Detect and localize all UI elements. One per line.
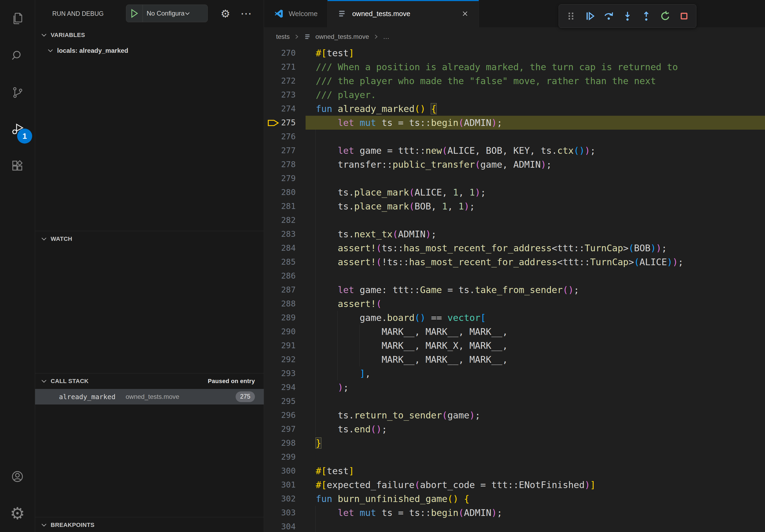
gutter-line-number[interactable]: 294 [264, 381, 296, 394]
play-icon [131, 9, 139, 18]
gutter-line-number[interactable]: 279 [264, 171, 296, 185]
debug-settings-gear-icon[interactable]: ⚙ [221, 8, 230, 19]
gutter-line-number[interactable]: 274 [264, 102, 296, 116]
chevron-down-icon [184, 10, 191, 17]
gutter-line-number[interactable]: 283 [264, 227, 296, 241]
gutter-line-number[interactable]: 270 [264, 46, 296, 60]
grip-dots-icon [565, 10, 577, 22]
gutter-line-number[interactable]: 290 [264, 325, 296, 339]
code-line-text: let game: ttt::Game = ts.take_from_sende… [316, 283, 579, 297]
debug-step-into-icon [622, 10, 633, 22]
sidebar-item-source-control[interactable] [0, 74, 35, 111]
tab-label: Welcome [289, 10, 318, 18]
gutter-line-number[interactable]: 276 [264, 130, 296, 143]
gutter-line-number[interactable]: 288 [264, 297, 296, 311]
gutter-line-number[interactable]: 302 [264, 492, 296, 506]
start-debugging-button[interactable] [126, 5, 143, 22]
run-and-debug-sidebar: RUN AND DEBUG No Configura ⚙ ⋯ VARIABLES… [35, 0, 264, 532]
call-stack-section: CALL STACK Paused on entry already_marke… [35, 373, 264, 517]
tab-welcome[interactable]: Welcome [264, 0, 328, 27]
call-stack-frame[interactable]: already_marked owned_tests.move 275 [35, 389, 264, 404]
watch-section-label: WATCH [51, 235, 72, 242]
debug-step-over-icon [603, 10, 615, 22]
code-line: 292 MARK__, MARK__, MARK__, [264, 353, 765, 367]
close-icon[interactable] [461, 10, 469, 18]
gutter-line-number[interactable]: 277 [264, 143, 296, 157]
debug-continue-icon [584, 10, 596, 22]
gutter-line-number[interactable]: 287 [264, 283, 296, 297]
code-line: 274fun already_marked() { [264, 102, 765, 116]
tab-owned-tests-move[interactable]: owned_tests.move [328, 0, 479, 27]
settings-button[interactable]: ⚙ [0, 495, 35, 532]
gutter-line-number[interactable]: 285 [264, 255, 296, 269]
gutter-line-number[interactable]: 281 [264, 199, 296, 213]
gutter-line-number[interactable]: 280 [264, 185, 296, 199]
sidebar-item-explorer[interactable] [0, 0, 35, 37]
gutter-line-number[interactable]: 297 [264, 422, 296, 436]
code-line: 278 transfer::public_transfer(game, ADMI… [264, 157, 765, 171]
sidebar-item-search[interactable] [0, 37, 35, 74]
step-into-button[interactable] [619, 7, 636, 25]
variables-section-label: VARIABLES [51, 32, 85, 39]
gutter-line-number[interactable]: 299 [264, 450, 296, 464]
debug-config-dropdown[interactable]: No Configura [126, 5, 208, 22]
gutter-line-number[interactable]: 291 [264, 339, 296, 353]
tab-bar: Welcome owned_tests.move [264, 0, 765, 27]
editor-group: Welcome owned_tests.move [264, 0, 765, 532]
code-line-text: ts.end(); [316, 422, 387, 436]
gutter-line-number[interactable]: 282 [264, 213, 296, 227]
gutter-line-number[interactable]: 271 [264, 60, 296, 74]
views-more-actions-icon[interactable]: ⋯ [241, 8, 252, 19]
debug-current-line-arrow-icon [267, 119, 280, 128]
gutter-line-number[interactable]: 298 [264, 436, 296, 450]
gear-icon: ⚙ [10, 505, 25, 522]
stop-button[interactable] [675, 7, 693, 25]
gutter-line-number[interactable]: 284 [264, 241, 296, 255]
code-line: 287 let game: ttt::Game = ts.take_from_s… [264, 283, 765, 297]
accounts-button[interactable] [0, 458, 35, 495]
section-header-watch[interactable]: WATCH [35, 231, 264, 247]
code-line-text: /// the player who made the "false" move… [316, 74, 656, 88]
gutter-line-number[interactable]: 301 [264, 478, 296, 492]
gutter-line-number[interactable]: 304 [264, 520, 296, 532]
toolbar-drag-handle[interactable] [562, 7, 580, 25]
breadcrumb-item-file[interactable]: owned_tests.move [316, 33, 369, 40]
chevron-down-icon [47, 47, 54, 54]
sidebar-title: RUN AND DEBUG [52, 10, 104, 17]
gutter-line-number[interactable]: 292 [264, 353, 296, 367]
code-line: 272/// the player who made the "false" m… [264, 74, 765, 88]
breadcrumb-item-symbol[interactable]: … [383, 33, 389, 40]
restart-button[interactable] [656, 7, 674, 25]
code-editor[interactable]: 270#[test]271/// When a position is alre… [264, 46, 765, 532]
code-line: 304 [264, 520, 765, 532]
gutter-line-number[interactable]: 286 [264, 269, 296, 283]
vscode-window: 1 ⚙ RUN AND DEBUG [0, 0, 765, 532]
gutter-line-number[interactable]: 273 [264, 88, 296, 102]
gutter-line-number[interactable]: 300 [264, 464, 296, 478]
extensions-icon [10, 159, 24, 173]
variables-scope-locals[interactable]: locals: already_marked [35, 43, 264, 58]
gutter-line-number[interactable]: 303 [264, 506, 296, 520]
code-line: 284 assert!(ts::has_most_recent_for_addr… [264, 241, 765, 255]
code-line: 281 ts.place_mark(BOB, 1, 1); [264, 199, 765, 213]
sidebar-item-run-and-debug[interactable]: 1 [0, 111, 35, 148]
step-over-button[interactable] [600, 7, 618, 25]
chevron-down-icon [40, 235, 47, 242]
breadcrumb-item-tests[interactable]: tests [276, 33, 290, 40]
chevron-right-icon [294, 34, 300, 40]
gutter-line-number[interactable]: 278 [264, 157, 296, 171]
step-out-button[interactable] [637, 7, 655, 25]
variables-section: VARIABLES locals: already_marked [35, 27, 264, 231]
gutter-line-number[interactable]: 289 [264, 311, 296, 325]
section-header-breakpoints[interactable]: BREAKPOINTS [35, 517, 264, 532]
code-line: 283 ts.next_tx(ADMIN); [264, 227, 765, 241]
section-header-call-stack[interactable]: CALL STACK Paused on entry [35, 374, 264, 389]
section-header-variables[interactable]: VARIABLES [35, 27, 264, 43]
gutter-line-number[interactable]: 272 [264, 74, 296, 88]
sidebar-item-extensions[interactable] [0, 148, 35, 185]
gutter-line-number[interactable]: 296 [264, 408, 296, 422]
code-line-text: game.board() == vector[ [316, 311, 486, 325]
gutter-line-number[interactable]: 293 [264, 367, 296, 381]
gutter-line-number[interactable]: 295 [264, 394, 296, 408]
continue-button[interactable] [581, 7, 598, 25]
